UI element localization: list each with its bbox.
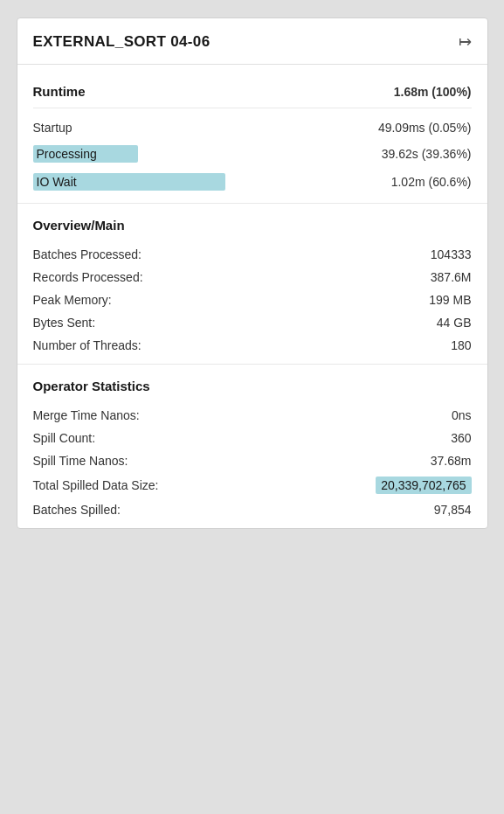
operator-title: Operator Statistics [33,379,472,393]
runtime-total-value: 1.68m (100%) [394,85,472,99]
operator-section: Operator Statistics Merge Time Nanos: 0n… [17,365,487,528]
threads-label: Number of Threads: [33,338,142,352]
batches-processed-row: Batches Processed: 104333 [33,243,472,266]
batches-processed-label: Batches Processed: [33,247,142,261]
batches-processed-value: 104333 [431,247,472,261]
threads-row: Number of Threads: 180 [33,334,472,357]
bytes-sent-label: Bytes Sent: [33,316,96,330]
spill-count-row: Spill Count: 360 [33,427,472,449]
records-processed-row: Records Processed: 387.6M [33,266,472,289]
total-spilled-row: Total Spilled Data Size: 20,339,702,765 [33,472,472,498]
batches-spilled-label: Batches Spilled: [33,503,121,517]
processing-value: 39.62s (39.36%) [382,147,472,161]
iowait-row: IO Wait 1.02m (60.6%) [33,168,472,196]
spill-count-value: 360 [451,431,471,445]
card-title: EXTERNAL_SORT 04-06 [33,33,211,51]
total-spilled-value: 20,339,702,765 [376,477,471,494]
peak-memory-label: Peak Memory: [33,293,112,307]
batches-spilled-value: 97,854 [434,503,472,517]
total-spilled-label: Total Spilled Data Size: [33,478,159,492]
peak-memory-value: 199 MB [429,293,471,307]
card-header: EXTERNAL_SORT 04-06 ↦ [17,18,487,65]
startup-label: Startup [33,121,72,135]
iowait-label: IO Wait [33,173,225,191]
overview-section: Overview/Main Batches Processed: 104333 … [17,204,487,365]
spill-time-value: 37.68m [431,454,472,468]
batches-spilled-row: Batches Spilled: 97,854 [33,498,472,521]
runtime-divider [33,108,472,108]
runtime-total-row: Runtime 1.68m (100%) [33,79,472,104]
spill-time-row: Spill Time Nanos: 37.68m [33,449,472,472]
startup-row: Startup 49.09ms (0.05%) [33,115,472,140]
startup-value: 49.09ms (0.05%) [378,121,472,135]
processing-row: Processing 39.62s (39.36%) [33,140,472,168]
spill-time-label: Spill Time Nanos: [33,454,128,468]
records-processed-value: 387.6M [431,270,472,284]
bytes-sent-value: 44 GB [437,316,472,330]
merge-time-label: Merge Time Nanos: [33,408,140,422]
processing-label: Processing [33,145,138,163]
iowait-value: 1.02m (60.6%) [391,175,472,189]
peak-memory-row: Peak Memory: 199 MB [33,289,472,311]
records-processed-label: Records Processed: [33,270,143,284]
threads-value: 180 [451,338,471,352]
export-icon[interactable]: ↦ [459,32,472,52]
merge-time-value: 0ns [452,408,472,422]
bytes-sent-row: Bytes Sent: 44 GB [33,311,472,334]
overview-title: Overview/Main [33,218,472,233]
main-card: EXTERNAL_SORT 04-06 ↦ Runtime 1.68m (100… [17,17,488,529]
runtime-section: Runtime 1.68m (100%) Startup 49.09ms (0.… [17,65,487,204]
merge-time-row: Merge Time Nanos: 0ns [33,404,472,427]
runtime-label: Runtime [33,84,86,99]
spill-count-label: Spill Count: [33,431,96,445]
